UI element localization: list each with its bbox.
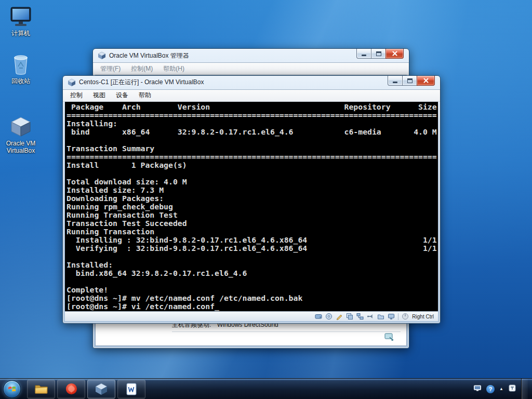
- terminal-line: Running Transaction Test: [66, 211, 438, 219]
- minimize-button[interactable]: [388, 76, 403, 86]
- tray-display-icon[interactable]: [473, 384, 482, 394]
- vm-statusbar: Right Ctrl: [65, 311, 438, 321]
- terminal-line: Package Arch Version Repository Size: [66, 103, 438, 111]
- desktop-icon-computer[interactable]: 计算机: [4, 4, 37, 37]
- minimize-icon: [393, 82, 397, 83]
- close-icon: [423, 77, 429, 84]
- terminal-line: Installed:: [66, 261, 438, 269]
- close-button[interactable]: [385, 49, 404, 59]
- menu-manage[interactable]: 管理(F): [95, 63, 126, 75]
- tray-help-icon[interactable]: ?: [486, 385, 495, 393]
- manager-menubar: 管理(F) 控制(M) 帮助(H): [93, 62, 409, 75]
- desktop-wallpaper: 计算机 回收站 Oracle VM VirtualBox: [0, 0, 532, 399]
- taskbar-button-virtualbox[interactable]: [87, 380, 115, 398]
- close-icon: [392, 50, 398, 57]
- manager-window-title: Oracle VM VirtualBox 管理器: [109, 51, 189, 60]
- terminal-line: [66, 136, 438, 144]
- tray-ime-icon[interactable]: [508, 384, 516, 394]
- terminal-line: Complete!: [66, 286, 438, 294]
- terminal-line: Total download size: 4.0 M: [66, 178, 438, 186]
- preview-monitor-icon[interactable]: [384, 333, 394, 341]
- show-desktop-button[interactable]: [521, 379, 528, 399]
- statusbar-divider: [398, 313, 398, 320]
- terminal-line: Transaction Summary: [66, 144, 438, 153]
- menu-devices[interactable]: 设备: [111, 89, 134, 101]
- folder-icon: [34, 383, 48, 395]
- terminal-line: [66, 252, 438, 261]
- terminal-line: Verifying : 32:bind-9.8.2-0.17.rc1.el6_4…: [66, 244, 438, 252]
- minimize-button[interactable]: [356, 49, 371, 59]
- terminal-line: Running Transaction: [66, 228, 438, 236]
- optical-disk-icon[interactable]: [325, 313, 332, 320]
- word-icon: [125, 382, 138, 396]
- menu-control[interactable]: 控制(M): [126, 63, 158, 75]
- start-button[interactable]: [3, 380, 21, 398]
- terminal-line: [66, 169, 438, 178]
- terminal-output[interactable]: Package Arch Version Repository Size====…: [65, 102, 438, 311]
- maximize-button[interactable]: [402, 76, 417, 86]
- terminal-line: [66, 277, 438, 286]
- usb-icon[interactable]: [367, 313, 374, 320]
- maximize-icon: [376, 51, 381, 56]
- menu-help[interactable]: 帮助(H): [158, 63, 190, 75]
- terminal-line: Installing:: [66, 119, 438, 128]
- desktop-icon-recycle-bin[interactable]: 回收站: [4, 52, 37, 85]
- virtualbox-cube-icon: [95, 382, 108, 396]
- system-tray: ? ▲: [473, 379, 532, 399]
- manager-titlebar[interactable]: Oracle VM VirtualBox 管理器: [93, 49, 409, 62]
- computer-icon: [4, 4, 37, 28]
- tray-hidden-icons-chevron[interactable]: ▲: [499, 387, 503, 391]
- vm-window-title: Centos-C1 [正在运行] - Oracle VM VirtualBox: [79, 78, 204, 87]
- minimize-icon: [362, 55, 366, 56]
- terminal-line: ========================================…: [66, 153, 438, 161]
- terminal-line: ========================================…: [66, 111, 438, 119]
- pencil-edit-icon[interactable]: [336, 313, 343, 320]
- terminal-line: [root@dns ~]# mv /etc/named.conf /etc/na…: [66, 294, 438, 302]
- terminal-line: bind.x86_64 32:9.8.2-0.17.rc1.el6_4.6: [66, 269, 438, 277]
- windows-flag-icon: [7, 384, 17, 394]
- menu-view[interactable]: 视图: [88, 89, 111, 101]
- terminal-line: Running rpm_check_debug: [66, 203, 438, 211]
- terminal-line: Transaction Test Succeeded: [66, 219, 438, 228]
- desktop-icon-virtualbox[interactable]: Oracle VM VirtualBox: [4, 114, 37, 154]
- desktop-icon-label: 计算机: [4, 30, 37, 37]
- virtualbox-cube-icon: [4, 114, 37, 138]
- terminal-line: Installing : 32:bind-9.8.2-0.17.rc1.el6_…: [66, 236, 438, 244]
- virtualbox-logo-icon: [98, 51, 106, 60]
- vm-menubar: 控制 视图 设备 帮助: [63, 89, 440, 102]
- hard-disk-icon[interactable]: [315, 313, 322, 320]
- mouse-integration-icon[interactable]: [402, 313, 409, 320]
- recycle-bin-icon: [4, 52, 37, 76]
- terminal-line: Installed size: 7.3 M: [66, 186, 438, 194]
- virtualbox-logo-icon: [68, 78, 76, 87]
- taskbar-button-word[interactable]: [117, 380, 145, 398]
- vm-titlebar[interactable]: Centos-C1 [正在运行] - Oracle VM VirtualBox: [63, 76, 440, 89]
- shared-folder-icon[interactable]: [377, 313, 384, 320]
- desktop-icon-label: 回收站: [4, 77, 37, 85]
- taskbar-button-explorer[interactable]: [27, 380, 55, 398]
- terminal-line: Downloading Packages:: [66, 194, 438, 203]
- display-icon[interactable]: [388, 313, 395, 320]
- terminal-line: Install 1 Package(s): [66, 161, 438, 169]
- close-button[interactable]: [417, 76, 435, 86]
- maximize-button[interactable]: [371, 49, 386, 59]
- menu-help[interactable]: 帮助: [134, 89, 156, 101]
- vm-window-centos-c1[interactable]: Centos-C1 [正在运行] - Oracle VM VirtualBox …: [62, 75, 441, 324]
- host-key-label: Right Ctrl: [412, 314, 434, 320]
- shared-clipboard-icon[interactable]: [346, 313, 353, 320]
- taskbar: ? ▲: [0, 378, 532, 399]
- taskbar-button-red-app[interactable]: [57, 380, 85, 398]
- network-icon[interactable]: [356, 313, 364, 320]
- terminal-line: bind x86_64 32:9.8.2-0.17.rc1.el6_4.6 c6…: [66, 128, 438, 136]
- red-app-icon: [65, 382, 78, 395]
- terminal-line: [root@dns ~]# vi /etc/named.conf_: [66, 302, 438, 311]
- desktop-icon-label: Oracle VM VirtualBox: [4, 140, 37, 154]
- menu-machine[interactable]: 控制: [65, 89, 88, 101]
- maximize-icon: [407, 78, 413, 83]
